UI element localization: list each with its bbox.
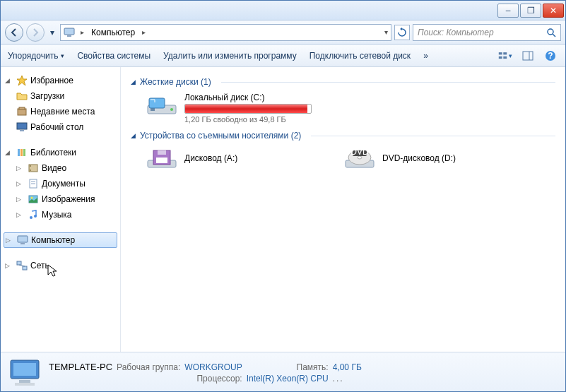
svg-line-33	[19, 265, 25, 266]
floppy-icon	[145, 146, 179, 172]
workgroup-label: Рабочая группа:	[117, 362, 180, 372]
preview-pane-button[interactable]	[520, 48, 536, 64]
chevron-down-icon[interactable]: ▾	[384, 28, 388, 36]
svg-rect-29	[18, 236, 28, 242]
navigation-tree: ◢ Избранное Загрузки Недавние места Рабо…	[1, 67, 121, 352]
nav-history-dropdown[interactable]: ▾	[47, 23, 57, 42]
tree-computer[interactable]: ▷ Компьютер	[4, 232, 117, 248]
expand-arrow-icon: ▷	[16, 211, 25, 218]
more-indicator: ...	[333, 374, 362, 384]
svg-rect-18	[23, 149, 25, 156]
network-icon	[16, 260, 28, 271]
main-area: ◢ Избранное Загрузки Недавние места Рабо…	[1, 67, 565, 352]
collapse-arrow-icon: ◢	[5, 149, 13, 156]
help-button[interactable]: ?	[543, 48, 558, 64]
svg-rect-40	[158, 150, 166, 155]
system-properties-button[interactable]: Свойства системы	[77, 51, 151, 61]
svg-rect-41	[156, 158, 167, 163]
svg-rect-14	[17, 123, 27, 129]
close-button[interactable]: ✕	[543, 4, 564, 18]
uninstall-program-button[interactable]: Удалить или изменить программу	[163, 51, 297, 61]
tree-desktop[interactable]: Рабочий стол	[1, 119, 120, 135]
video-icon	[28, 162, 39, 174]
svg-point-2	[548, 29, 553, 35]
divider	[221, 82, 555, 83]
address-bar[interactable]: ▸ Компьютер ▸ ▾	[60, 24, 391, 41]
collapse-arrow-icon: ◢	[131, 132, 136, 139]
svg-text:?: ?	[548, 51, 553, 61]
tree-recent[interactable]: Недавние места	[1, 104, 120, 119]
picture-icon	[28, 194, 39, 205]
music-icon	[28, 209, 39, 220]
window-titlebar: – ❐ ✕	[1, 1, 565, 20]
drive-local-c[interactable]: Локальный диск (C:) 1,20 ГБ свободно из …	[145, 93, 322, 124]
svg-rect-50	[15, 383, 35, 386]
details-info: TEMPLATE-PC Рабочая группа: WORKGROUP Па…	[49, 362, 362, 384]
libraries-icon	[16, 147, 28, 158]
memory-value: 4,00 ГБ	[333, 362, 362, 372]
forward-button[interactable]	[26, 23, 45, 42]
refresh-button[interactable]	[394, 25, 410, 40]
collapse-arrow-icon: ◢	[131, 78, 136, 85]
tree-downloads[interactable]: Загрузки	[1, 88, 120, 104]
cpu-value: Intel(R) Xeon(R) CPU	[247, 374, 329, 384]
details-pane: TEMPLATE-PC Рабочая группа: WORKGROUP Па…	[1, 352, 565, 392]
svg-line-3	[553, 34, 555, 37]
drive-capacity-bar	[184, 104, 312, 114]
svg-rect-35	[151, 108, 155, 111]
svg-rect-4	[499, 52, 502, 54]
svg-rect-32	[23, 266, 27, 270]
recent-icon	[16, 106, 28, 117]
back-button[interactable]	[5, 23, 23, 42]
tree-network[interactable]: ▷ Сеть	[1, 258, 120, 273]
svg-rect-30	[20, 243, 25, 244]
tree-pictures[interactable]: ▷ Изображения	[1, 191, 120, 207]
breadcrumb-item[interactable]: Компьютер	[90, 28, 136, 37]
group-header-hdd[interactable]: ◢ Жесткие диски (1)	[131, 77, 555, 87]
svg-rect-8	[523, 52, 533, 60]
desktop-icon	[16, 121, 28, 133]
svg-rect-7	[503, 56, 507, 58]
svg-rect-0	[64, 28, 74, 35]
tree-documents[interactable]: ▷ Документы	[1, 176, 120, 191]
divider	[311, 136, 555, 136]
map-network-drive-button[interactable]: Подключить сетевой диск	[309, 51, 411, 61]
drive-name: Дисковод (A:)	[184, 153, 237, 163]
svg-rect-16	[18, 149, 20, 156]
maximize-button[interactable]: ❐	[520, 4, 541, 18]
tree-libraries[interactable]: ◢ Библиотеки	[1, 145, 120, 160]
svg-rect-15	[20, 130, 24, 131]
drive-floppy-a[interactable]: Дисковод (A:)	[145, 146, 322, 172]
search-input[interactable]: Поиск: Компьютер	[413, 24, 561, 41]
memory-label: Память:	[275, 362, 329, 372]
computer-icon	[64, 27, 75, 38]
computer-icon	[17, 234, 28, 246]
chevron-right-icon: ▸	[141, 28, 147, 36]
svg-point-36	[170, 108, 173, 111]
chevron-right-icon: ▸	[79, 28, 86, 36]
svg-rect-31	[17, 261, 21, 265]
drive-dvd-d[interactable]: DVD DVD-дисковод (D:)	[343, 146, 519, 172]
search-icon	[546, 28, 556, 37]
svg-point-28	[34, 215, 37, 218]
svg-rect-6	[499, 56, 502, 58]
drive-name: DVD-дисковод (D:)	[382, 153, 456, 163]
minimize-button[interactable]: –	[497, 4, 519, 18]
expand-arrow-icon: ▷	[6, 237, 14, 244]
document-icon	[28, 178, 39, 189]
tree-music[interactable]: ▷ Музыка	[1, 207, 120, 222]
svg-point-20	[30, 165, 31, 167]
view-options-button[interactable]: ▾	[497, 48, 513, 64]
toolbar-overflow-button[interactable]: »	[423, 51, 428, 61]
cpu-label: Процессор:	[184, 374, 242, 384]
organize-menu[interactable]: Упорядочить ▾	[8, 51, 64, 61]
tree-favorites[interactable]: ◢ Избранное	[1, 73, 120, 88]
drive-name: Локальный диск (C:)	[184, 93, 312, 102]
expand-arrow-icon: ▷	[16, 196, 25, 203]
group-header-removable[interactable]: ◢ Устройства со съемными носителями (2)	[131, 131, 555, 141]
expand-arrow-icon: ▷	[5, 262, 13, 269]
expand-arrow-icon: ▷	[16, 180, 25, 187]
svg-point-21	[30, 170, 31, 171]
tree-videos[interactable]: ▷ Видео	[1, 160, 120, 176]
workgroup-value: WORKGROUP	[184, 362, 242, 372]
